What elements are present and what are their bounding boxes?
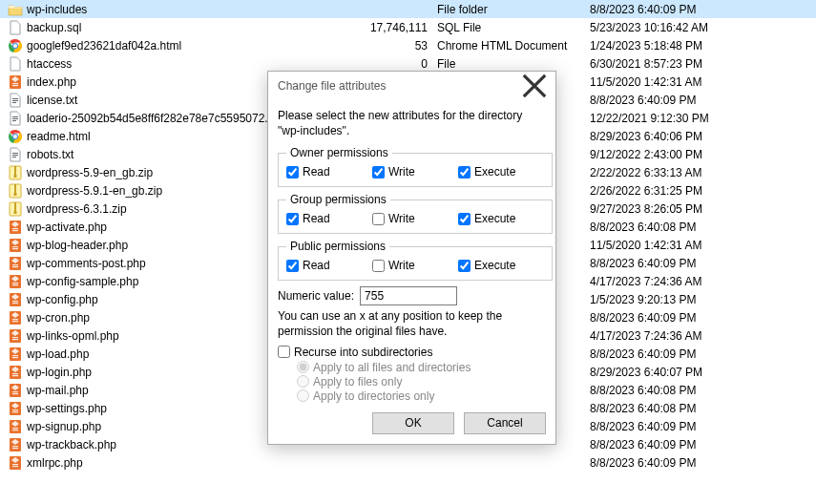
svg-rect-25 (14, 202, 16, 211)
svg-rect-15 (12, 153, 18, 154)
file-name: wp-activate.php (27, 220, 107, 234)
php-icon (8, 220, 23, 235)
cancel-button[interactable]: Cancel (464, 412, 546, 434)
svg-rect-43 (12, 319, 18, 320)
file-date: 6/30/2021 8:57:23 PM (590, 57, 762, 71)
svg-rect-29 (12, 230, 18, 231)
public-read-checkbox[interactable] (286, 260, 299, 272)
file-name: backup.sql (27, 21, 81, 34)
file-name: wp-settings.php (27, 402, 107, 415)
group-execute-checkbox[interactable] (458, 213, 471, 225)
file-date: 2/22/2022 6:33:13 AM (590, 166, 762, 179)
svg-rect-53 (12, 375, 18, 376)
file-type: SQL File (437, 21, 590, 34)
file-row[interactable]: googlef9ed23621daf042a.html53Chrome HTML… (0, 36, 816, 54)
php-icon (8, 328, 23, 344)
owner-read-checkbox[interactable] (286, 166, 299, 178)
svg-rect-64 (12, 446, 18, 447)
file-row[interactable]: xmlrpc.php8/8/2023 6:40:09 PM (0, 453, 816, 472)
svg-rect-37 (12, 283, 18, 284)
svg-rect-38 (12, 284, 18, 285)
file-row[interactable]: backup.sql17,746,111SQL File5/23/2023 10… (0, 18, 816, 36)
file-name: wp-mail.php (27, 384, 89, 397)
file-date: 4/17/2023 7:24:36 AM (590, 329, 762, 343)
file-icon (8, 20, 23, 35)
svg-rect-6 (12, 98, 18, 99)
file-date: 12/22/2021 9:12:30 PM (590, 112, 762, 125)
php-icon (8, 365, 23, 380)
owner-write-checkbox[interactable] (372, 166, 385, 178)
svg-point-14 (13, 134, 17, 137)
php-icon (8, 455, 23, 471)
file-size: 53 (337, 39, 437, 52)
file-name: wp-links-opml.php (27, 329, 119, 343)
chrome-icon (8, 129, 23, 144)
svg-rect-35 (12, 266, 18, 267)
svg-rect-49 (12, 355, 18, 356)
group-read-checkbox[interactable] (286, 213, 299, 225)
file-date: 1/5/2023 9:20:13 PM (590, 293, 762, 306)
recurse-label: Recurse into subdirectories (294, 346, 432, 359)
svg-rect-47 (12, 339, 18, 340)
file-date: 8/29/2023 6:40:07 PM (590, 366, 762, 379)
apply-files-radio (297, 375, 309, 388)
file-name: wp-config.php (27, 293, 98, 306)
chrome-icon (8, 38, 23, 53)
folder-icon (8, 2, 23, 17)
file-date: 11/5/2020 1:42:31 AM (590, 239, 762, 252)
svg-rect-5 (12, 85, 18, 86)
numeric-label: Numeric value: (278, 289, 354, 303)
file-name: readme.html (27, 130, 91, 143)
svg-rect-40 (12, 301, 18, 302)
numeric-hint: You can use an x at any position to keep… (278, 309, 546, 339)
file-date: 4/17/2023 7:24:36 AM (590, 275, 762, 288)
svg-rect-59 (12, 411, 18, 412)
php-icon (8, 274, 23, 289)
file-date: 11/5/2020 1:42:31 AM (590, 75, 762, 89)
file-name: wordpress-5.9.1-en_gb.zip (27, 184, 162, 198)
file-name: wp-comments-post.php (27, 257, 146, 270)
svg-rect-68 (12, 466, 18, 467)
svg-rect-61 (12, 428, 18, 429)
numeric-value-input[interactable] (360, 286, 457, 305)
svg-rect-31 (12, 246, 18, 247)
php-icon (8, 346, 23, 362)
file-name: wordpress-5.9-en_gb.zip (27, 166, 153, 179)
public-permissions-group: Public permissions Read Write Execute (278, 240, 553, 281)
php-icon (8, 401, 23, 416)
zip-icon (8, 165, 23, 180)
file-date: 9/12/2022 2:43:00 PM (590, 148, 762, 161)
file-name: wp-includes (27, 3, 87, 16)
svg-rect-46 (12, 337, 18, 338)
php-icon (8, 310, 23, 326)
svg-rect-9 (12, 116, 18, 117)
owner-execute-checkbox[interactable] (458, 166, 471, 178)
ok-button[interactable]: OK (372, 412, 454, 434)
php-icon (8, 74, 23, 90)
file-name: wp-load.php (27, 347, 89, 361)
file-name: wp-config-sample.php (27, 275, 138, 288)
php-icon (8, 256, 23, 271)
file-date: 5/23/2023 10:16:42 AM (590, 21, 762, 34)
file-row[interactable]: wp-includesFile folder8/8/2023 6:40:09 P… (0, 0, 816, 18)
recurse-checkbox[interactable] (278, 346, 290, 358)
svg-rect-10 (12, 118, 18, 119)
group-write-checkbox[interactable] (372, 213, 385, 225)
public-write-checkbox[interactable] (372, 260, 385, 272)
svg-rect-58 (12, 410, 18, 410)
svg-rect-20 (14, 175, 17, 178)
svg-rect-55 (12, 391, 18, 392)
file-date: 8/8/2023 6:40:08 PM (590, 402, 762, 415)
svg-rect-8 (12, 102, 16, 103)
file-date: 8/29/2023 6:40:06 PM (590, 130, 762, 143)
zip-icon (8, 201, 23, 217)
svg-rect-65 (12, 448, 18, 449)
svg-rect-17 (12, 157, 16, 158)
file-name: xmlrpc.php (27, 456, 83, 470)
file-name: htaccess (27, 57, 72, 71)
file-date: 2/26/2022 6:31:25 PM (590, 184, 762, 198)
file-name: wp-cron.php (27, 311, 90, 325)
close-icon[interactable] (521, 75, 548, 96)
public-execute-checkbox[interactable] (458, 260, 471, 272)
file-type: File (437, 57, 590, 71)
